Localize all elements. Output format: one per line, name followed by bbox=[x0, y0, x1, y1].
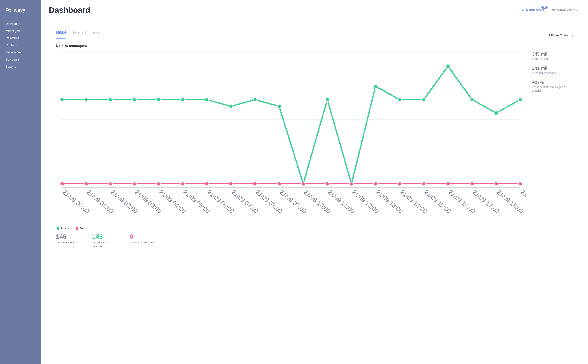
summary-stats: 146mensagens enviadas146enviadas com suc… bbox=[56, 233, 527, 248]
side-stat-value: 345 mil bbox=[532, 52, 574, 57]
summary-label: mensagens enviadas bbox=[56, 241, 81, 244]
svg-point-39 bbox=[398, 182, 402, 186]
section-title: Últimas mensagens bbox=[56, 44, 574, 48]
summary-stat: 146mensagens enviadas bbox=[56, 233, 81, 248]
sidebar-item[interactable]: Contatos bbox=[6, 42, 41, 49]
sidebar-item[interactable]: Permissões bbox=[6, 49, 41, 56]
svg-point-18 bbox=[374, 84, 378, 88]
svg-point-13 bbox=[253, 98, 257, 102]
tab[interactable]: Email bbox=[73, 29, 86, 39]
svg-point-41 bbox=[446, 182, 450, 186]
logo-icon bbox=[6, 8, 12, 12]
svg-point-37 bbox=[350, 182, 353, 186]
legend-success: Sucesso bbox=[57, 227, 71, 230]
sidebar-item[interactable]: Dashboard bbox=[6, 20, 41, 27]
svg-point-44 bbox=[518, 182, 522, 186]
chevron-down-icon bbox=[577, 10, 579, 11]
sidebar-nav: DashboardMensagensRelatóriosContatosPerm… bbox=[0, 20, 41, 70]
logo-text: wavy bbox=[14, 7, 25, 13]
legend-errors: Erros bbox=[76, 227, 86, 230]
svg-point-36 bbox=[325, 182, 329, 186]
user-name: NomeDoUsuário bbox=[552, 8, 575, 12]
summary-label: mensagens com erro bbox=[130, 241, 154, 244]
side-stat: 345 milnessa semana bbox=[532, 52, 574, 61]
svg-point-14 bbox=[277, 104, 281, 108]
svg-point-7 bbox=[108, 98, 112, 102]
svg-point-29 bbox=[157, 182, 160, 186]
summary-stat: 0mensagens com erro bbox=[130, 233, 154, 248]
sidebar-item-label: Permissões bbox=[6, 51, 21, 54]
header: Dashboard Notificações 275 NomeDoUsuário bbox=[41, 0, 588, 18]
svg-point-21 bbox=[446, 64, 450, 68]
legend-label-errors: Erros bbox=[79, 227, 86, 230]
sidebar-item-label: Suporte bbox=[6, 65, 16, 68]
notifications-badge: 275 bbox=[541, 6, 547, 9]
svg-point-9 bbox=[157, 98, 160, 102]
svg-point-19 bbox=[398, 98, 402, 102]
sidebar-item[interactable]: Sua conta bbox=[6, 56, 41, 63]
sidebar-item-label: Dashboard bbox=[6, 22, 20, 26]
side-stat-label: nessa semana bbox=[532, 57, 574, 61]
svg-point-16 bbox=[325, 98, 329, 102]
svg-point-28 bbox=[132, 182, 136, 186]
sidebar-item[interactable]: Mensagens bbox=[6, 27, 41, 35]
messages-chart: 21/09 00:0021/09 01:0021/09 02:0021/09 0… bbox=[56, 50, 527, 248]
svg-point-8 bbox=[132, 98, 136, 102]
user-menu[interactable]: NomeDoUsuário bbox=[552, 8, 579, 12]
svg-point-23 bbox=[494, 111, 498, 115]
summary-value: 0 bbox=[130, 233, 154, 240]
svg-point-31 bbox=[205, 182, 209, 186]
svg-point-25 bbox=[60, 182, 64, 186]
side-stat: +27%nessa semana em relação à anterior bbox=[532, 80, 574, 92]
svg-point-40 bbox=[422, 182, 426, 186]
side-stats: 345 milnessa semana241 milna semana pass… bbox=[532, 50, 574, 248]
svg-point-32 bbox=[229, 182, 233, 186]
summary-value: 146 bbox=[92, 233, 118, 240]
svg-point-10 bbox=[181, 98, 185, 102]
svg-point-38 bbox=[374, 182, 378, 186]
tab[interactable]: Voz bbox=[92, 29, 101, 39]
sidebar-item[interactable]: Relatórios bbox=[6, 35, 41, 42]
svg-point-5 bbox=[60, 98, 64, 102]
svg-point-12 bbox=[229, 104, 233, 108]
sidebar-item-label: Relatórios bbox=[6, 37, 19, 40]
svg-point-26 bbox=[84, 182, 88, 186]
svg-point-35 bbox=[301, 182, 305, 186]
logo: wavy bbox=[0, 7, 41, 20]
svg-point-22 bbox=[470, 98, 474, 102]
svg-point-33 bbox=[253, 182, 257, 186]
svg-point-43 bbox=[494, 182, 498, 186]
channel-tabs: SMSEmailVoz bbox=[56, 29, 101, 39]
period-dropdown[interactable]: Últimos 7 dias bbox=[549, 34, 574, 39]
sidebar-item-label: Sua conta bbox=[6, 58, 19, 61]
notifications-button[interactable]: Notificações 275 bbox=[522, 8, 544, 12]
svg-point-42 bbox=[470, 182, 474, 186]
chevron-down-icon bbox=[572, 35, 574, 36]
summary-stat: 146enviadas com sucesso bbox=[92, 233, 118, 248]
svg-point-34 bbox=[277, 182, 281, 186]
svg-point-11 bbox=[205, 98, 209, 102]
svg-point-6 bbox=[84, 98, 88, 102]
chart-legend: Sucesso Erros bbox=[57, 227, 527, 230]
notifications-label: Notificações bbox=[526, 8, 544, 12]
side-stat: 241 milna semana passada bbox=[532, 66, 574, 75]
page-title: Dashboard bbox=[49, 6, 90, 15]
sidebar: wavy DashboardMensagensRelatóriosContato… bbox=[0, 0, 41, 364]
sidebar-item-label: Contatos bbox=[6, 44, 18, 47]
svg-point-30 bbox=[181, 182, 185, 186]
summary-value: 146 bbox=[56, 233, 81, 240]
legend-label-success: Sucesso bbox=[60, 227, 71, 230]
tab[interactable]: SMS bbox=[56, 29, 66, 39]
side-stat-value: +27% bbox=[532, 80, 574, 85]
side-stat-value: 241 mil bbox=[532, 66, 574, 71]
sidebar-item[interactable]: Suporte bbox=[6, 63, 41, 70]
svg-point-27 bbox=[108, 182, 112, 186]
svg-point-20 bbox=[422, 98, 426, 102]
side-stat-label: nessa semana em relação à anterior bbox=[532, 85, 574, 92]
svg-point-24 bbox=[518, 98, 522, 102]
legend-swatch-errors bbox=[76, 227, 78, 230]
sidebar-item-label: Mensagens bbox=[6, 29, 21, 32]
main: Dashboard Notificações 275 NomeDoUsuário bbox=[41, 0, 588, 364]
period-selected: Últimos 7 dias bbox=[549, 34, 568, 37]
legend-swatch-success bbox=[57, 227, 59, 230]
